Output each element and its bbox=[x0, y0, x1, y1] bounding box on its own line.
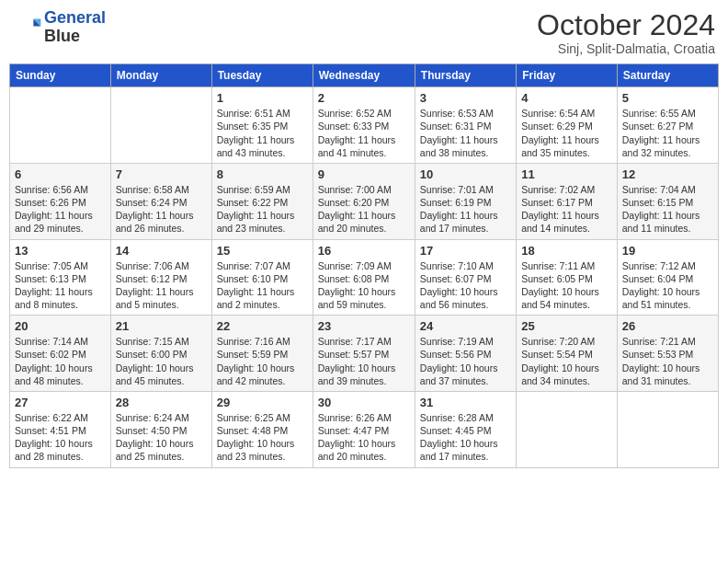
calendar-cell: 4Sunrise: 6:54 AM Sunset: 6:29 PM Daylig… bbox=[517, 87, 618, 164]
logo-text: General Blue bbox=[44, 9, 106, 46]
month-title: October 2024 bbox=[537, 9, 715, 41]
header-friday: Friday bbox=[517, 64, 618, 87]
day-number: 11 bbox=[521, 167, 612, 181]
calendar-cell: 19Sunrise: 7:12 AM Sunset: 6:04 PM Dayli… bbox=[617, 239, 718, 316]
calendar-cell: 8Sunrise: 6:59 AM Sunset: 6:22 PM Daylig… bbox=[211, 163, 313, 239]
day-number: 9 bbox=[318, 167, 410, 181]
day-info: Sunrise: 6:52 AM Sunset: 6:33 PM Dayligh… bbox=[318, 107, 410, 159]
calendar-cell: 14Sunrise: 7:06 AM Sunset: 6:12 PM Dayli… bbox=[110, 239, 211, 316]
day-info: Sunrise: 7:05 AM Sunset: 6:13 PM Dayligh… bbox=[15, 259, 106, 312]
day-number: 15 bbox=[217, 244, 308, 258]
day-number: 28 bbox=[116, 396, 207, 409]
calendar-cell: 12Sunrise: 7:04 AM Sunset: 6:15 PM Dayli… bbox=[617, 163, 718, 239]
day-info: Sunrise: 7:02 AM Sunset: 6:17 PM Dayligh… bbox=[521, 183, 612, 236]
calendar-cell: 29Sunrise: 6:25 AM Sunset: 4:48 PM Dayli… bbox=[211, 391, 313, 467]
day-info: Sunrise: 6:55 AM Sunset: 6:27 PM Dayligh… bbox=[622, 107, 713, 159]
calendar-cell: 23Sunrise: 7:17 AM Sunset: 5:57 PM Dayli… bbox=[313, 316, 415, 392]
day-info: Sunrise: 7:12 AM Sunset: 6:04 PM Dayligh… bbox=[622, 259, 713, 312]
header-saturday: Saturday bbox=[617, 64, 718, 87]
calendar-cell bbox=[110, 87, 211, 164]
calendar-cell: 2Sunrise: 6:52 AM Sunset: 6:33 PM Daylig… bbox=[313, 87, 415, 164]
day-number: 19 bbox=[622, 244, 713, 258]
day-info: Sunrise: 7:15 AM Sunset: 6:00 PM Dayligh… bbox=[116, 335, 207, 387]
page-header: General Blue October 2024 Sinj, Split-Da… bbox=[9, 9, 719, 56]
header-row: SundayMondayTuesdayWednesdayThursdayFrid… bbox=[10, 64, 719, 87]
header-tuesday: Tuesday bbox=[211, 64, 313, 87]
calendar-cell: 10Sunrise: 7:01 AM Sunset: 6:19 PM Dayli… bbox=[415, 163, 516, 239]
calendar-cell: 25Sunrise: 7:20 AM Sunset: 5:54 PM Dayli… bbox=[517, 316, 618, 392]
day-number: 23 bbox=[318, 319, 410, 333]
day-number: 7 bbox=[116, 167, 207, 181]
calendar-cell: 5Sunrise: 6:55 AM Sunset: 6:27 PM Daylig… bbox=[617, 87, 718, 164]
day-number: 24 bbox=[420, 319, 511, 333]
calendar-table: SundayMondayTuesdayWednesdayThursdayFrid… bbox=[9, 63, 719, 467]
day-number: 3 bbox=[420, 91, 511, 105]
calendar-cell bbox=[10, 87, 111, 164]
day-info: Sunrise: 6:25 AM Sunset: 4:48 PM Dayligh… bbox=[217, 411, 308, 464]
day-info: Sunrise: 7:14 AM Sunset: 6:02 PM Dayligh… bbox=[15, 335, 106, 387]
day-info: Sunrise: 6:56 AM Sunset: 6:26 PM Dayligh… bbox=[15, 183, 106, 236]
day-info: Sunrise: 7:11 AM Sunset: 6:05 PM Dayligh… bbox=[521, 259, 612, 312]
calendar-cell: 9Sunrise: 7:00 AM Sunset: 6:20 PM Daylig… bbox=[313, 163, 415, 239]
calendar-cell: 26Sunrise: 7:21 AM Sunset: 5:53 PM Dayli… bbox=[617, 316, 718, 392]
day-info: Sunrise: 7:17 AM Sunset: 5:57 PM Dayligh… bbox=[318, 335, 410, 387]
week-row-4: 20Sunrise: 7:14 AM Sunset: 6:02 PM Dayli… bbox=[10, 316, 719, 392]
day-info: Sunrise: 7:09 AM Sunset: 6:08 PM Dayligh… bbox=[318, 259, 410, 312]
day-info: Sunrise: 7:21 AM Sunset: 5:53 PM Dayligh… bbox=[622, 335, 713, 387]
day-info: Sunrise: 7:00 AM Sunset: 6:20 PM Dayligh… bbox=[318, 183, 410, 236]
day-info: Sunrise: 7:04 AM Sunset: 6:15 PM Dayligh… bbox=[622, 183, 713, 236]
calendar-cell: 6Sunrise: 6:56 AM Sunset: 6:26 PM Daylig… bbox=[10, 163, 111, 239]
header-thursday: Thursday bbox=[415, 64, 516, 87]
calendar-cell: 30Sunrise: 6:26 AM Sunset: 4:47 PM Dayli… bbox=[313, 391, 415, 467]
calendar-cell: 3Sunrise: 6:53 AM Sunset: 6:31 PM Daylig… bbox=[415, 87, 516, 164]
calendar-cell: 21Sunrise: 7:15 AM Sunset: 6:00 PM Dayli… bbox=[110, 316, 211, 392]
calendar-cell: 13Sunrise: 7:05 AM Sunset: 6:13 PM Dayli… bbox=[10, 239, 111, 316]
day-info: Sunrise: 6:58 AM Sunset: 6:24 PM Dayligh… bbox=[116, 183, 207, 236]
day-info: Sunrise: 7:20 AM Sunset: 5:54 PM Dayligh… bbox=[521, 335, 612, 387]
week-row-3: 13Sunrise: 7:05 AM Sunset: 6:13 PM Dayli… bbox=[10, 239, 719, 316]
day-info: Sunrise: 6:22 AM Sunset: 4:51 PM Dayligh… bbox=[15, 411, 106, 464]
calendar-cell: 17Sunrise: 7:10 AM Sunset: 6:07 PM Dayli… bbox=[415, 239, 516, 316]
calendar-cell: 22Sunrise: 7:16 AM Sunset: 5:59 PM Dayli… bbox=[211, 316, 313, 392]
day-number: 30 bbox=[318, 396, 410, 409]
title-block: October 2024 Sinj, Split-Dalmatia, Croat… bbox=[537, 9, 715, 56]
day-info: Sunrise: 7:10 AM Sunset: 6:07 PM Dayligh… bbox=[420, 259, 511, 312]
calendar-cell: 31Sunrise: 6:28 AM Sunset: 4:45 PM Dayli… bbox=[415, 391, 516, 467]
day-number: 21 bbox=[116, 319, 207, 333]
day-info: Sunrise: 6:53 AM Sunset: 6:31 PM Dayligh… bbox=[420, 107, 511, 159]
calendar-cell: 28Sunrise: 6:24 AM Sunset: 4:50 PM Dayli… bbox=[110, 391, 211, 467]
calendar-cell bbox=[617, 391, 718, 467]
location-subtitle: Sinj, Split-Dalmatia, Croatia bbox=[537, 41, 715, 56]
day-number: 8 bbox=[217, 167, 308, 181]
week-row-5: 27Sunrise: 6:22 AM Sunset: 4:51 PM Dayli… bbox=[10, 391, 719, 467]
day-number: 2 bbox=[318, 91, 410, 105]
calendar-cell: 7Sunrise: 6:58 AM Sunset: 6:24 PM Daylig… bbox=[110, 163, 211, 239]
day-number: 18 bbox=[521, 244, 612, 258]
calendar-cell: 20Sunrise: 7:14 AM Sunset: 6:02 PM Dayli… bbox=[10, 316, 111, 392]
day-number: 12 bbox=[622, 167, 713, 181]
day-number: 6 bbox=[15, 167, 106, 181]
day-number: 14 bbox=[116, 244, 207, 258]
day-info: Sunrise: 7:19 AM Sunset: 5:56 PM Dayligh… bbox=[420, 335, 511, 387]
day-number: 20 bbox=[15, 319, 106, 333]
logo-icon bbox=[13, 13, 42, 42]
day-info: Sunrise: 6:59 AM Sunset: 6:22 PM Dayligh… bbox=[217, 183, 308, 236]
header-sunday: Sunday bbox=[10, 64, 111, 87]
day-number: 13 bbox=[15, 244, 106, 258]
calendar-cell: 1Sunrise: 6:51 AM Sunset: 6:35 PM Daylig… bbox=[211, 87, 313, 164]
day-number: 27 bbox=[15, 396, 106, 409]
day-number: 10 bbox=[420, 167, 511, 181]
day-number: 26 bbox=[622, 319, 713, 333]
calendar-cell: 18Sunrise: 7:11 AM Sunset: 6:05 PM Dayli… bbox=[517, 239, 618, 316]
day-info: Sunrise: 7:16 AM Sunset: 5:59 PM Dayligh… bbox=[217, 335, 308, 387]
day-number: 4 bbox=[521, 91, 612, 105]
logo: General Blue bbox=[13, 9, 106, 46]
day-info: Sunrise: 7:07 AM Sunset: 6:10 PM Dayligh… bbox=[217, 259, 308, 312]
day-info: Sunrise: 6:51 AM Sunset: 6:35 PM Dayligh… bbox=[217, 107, 308, 159]
day-info: Sunrise: 7:01 AM Sunset: 6:19 PM Dayligh… bbox=[420, 183, 511, 236]
day-info: Sunrise: 6:24 AM Sunset: 4:50 PM Dayligh… bbox=[116, 411, 207, 464]
calendar-cell: 16Sunrise: 7:09 AM Sunset: 6:08 PM Dayli… bbox=[313, 239, 415, 316]
calendar-cell: 27Sunrise: 6:22 AM Sunset: 4:51 PM Dayli… bbox=[10, 391, 111, 467]
day-number: 17 bbox=[420, 244, 511, 258]
week-row-1: 1Sunrise: 6:51 AM Sunset: 6:35 PM Daylig… bbox=[10, 87, 719, 164]
